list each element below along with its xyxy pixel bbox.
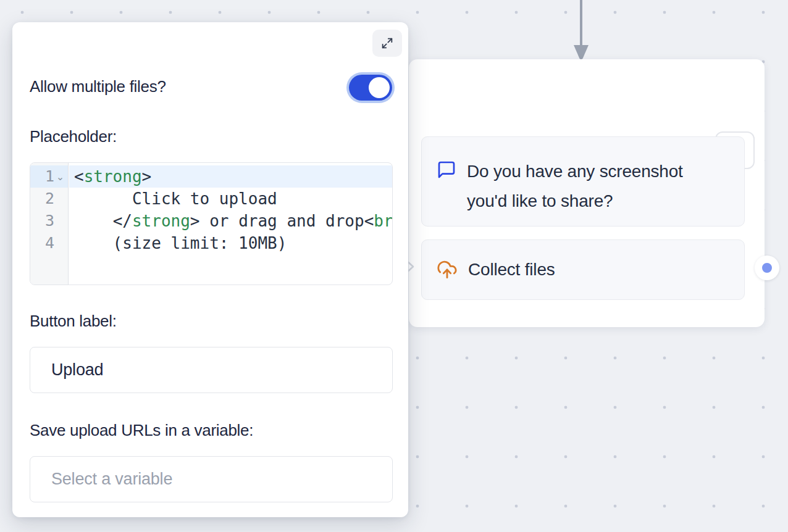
code-token: (size limit: 10MB) <box>74 234 287 252</box>
code-token: > <box>190 212 200 230</box>
gutter-line: 2 <box>30 188 68 210</box>
editor-gutter: 1⌄234 <box>30 163 69 285</box>
connector-dot-icon <box>762 263 772 273</box>
expand-button[interactable] <box>372 30 402 57</box>
code-token: > <box>142 167 152 186</box>
collect-files-label: Collect files <box>468 255 555 285</box>
allow-multiple-files-label: Allow multiple files? <box>30 77 166 96</box>
chat-bubble-icon <box>437 160 456 180</box>
code-line[interactable]: </strong> or drag and drop<br <box>69 210 392 232</box>
code-line[interactable]: (size limit: 10MB) <box>69 232 392 254</box>
file-input-settings-popover: Allow multiple files? Placeholder: <stro… <box>12 22 408 517</box>
code-line[interactable]: Click to upload <box>69 188 392 210</box>
code-token: br <box>374 212 393 230</box>
code-token: or drag and drop <box>200 212 364 230</box>
code-token <box>74 212 113 230</box>
code-token: strong <box>132 212 190 230</box>
gutter-line: 1⌄ <box>30 165 68 188</box>
code-token: Click to upload <box>74 189 277 208</box>
variable-select-input[interactable] <box>30 456 393 502</box>
save-variable-label: Save upload URLs in a variable: <box>30 421 253 440</box>
code-token: </ <box>113 212 132 230</box>
button-label-input[interactable] <box>30 347 393 393</box>
allow-multiple-files-toggle[interactable] <box>349 75 392 101</box>
placeholder-label: Placeholder: <box>30 127 117 146</box>
bubble-text: Do you have any screenshot you'd like to… <box>467 157 705 216</box>
block-text-bubble[interactable]: Do you have any screenshot you'd like to… <box>421 136 745 227</box>
code-line[interactable]: <strong> <box>69 165 392 188</box>
fold-chevron-icon[interactable]: ⌄ <box>54 171 66 183</box>
button-label-label: Button label: <box>30 312 117 331</box>
gutter-line: 3 <box>30 210 68 232</box>
node-output-connector[interactable] <box>755 256 779 280</box>
editor-code: <strong> Click to upload </strong> or dr… <box>69 163 392 254</box>
code-token: < <box>364 212 374 230</box>
expand-icon <box>380 36 394 50</box>
code-token: strong <box>84 167 142 186</box>
flow-canvas[interactable]: Screenshots Do you have any screenshot y… <box>0 0 788 532</box>
code-editor[interactable]: <strong> Click to upload </strong> or dr… <box>30 162 393 285</box>
code-token: < <box>74 167 84 186</box>
gutter-line: 4 <box>30 232 68 254</box>
upload-cloud-icon <box>437 259 458 280</box>
toggle-knob <box>369 77 390 98</box>
node-screenshots[interactable]: Screenshots Do you have any screenshot y… <box>409 59 765 327</box>
block-collect-files[interactable]: Collect files <box>421 239 745 300</box>
flow-edge-arrow <box>571 0 591 62</box>
